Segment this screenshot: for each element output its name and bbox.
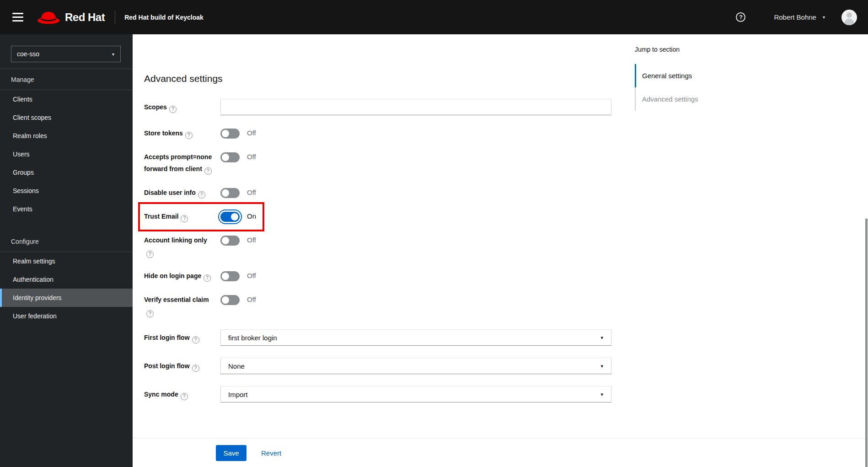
jump-link-advanced-settings[interactable]: Advanced settings xyxy=(636,87,735,111)
realm-selector[interactable]: coe-sso ▾ xyxy=(11,46,121,62)
sidebar-item-authentication[interactable]: Authentication xyxy=(0,270,133,289)
sidebar-item-client-scopes[interactable]: Client scopes xyxy=(0,108,133,127)
help-icon[interactable]: ? xyxy=(204,274,211,282)
form-row-sync-mode: Sync mode?Import▾ xyxy=(144,386,611,403)
field-label: Disable user info? xyxy=(144,187,220,199)
jump-to-section-panel: Jump to section General settingsAdvanced… xyxy=(635,46,735,111)
sidebar-item-user-federation[interactable]: User federation xyxy=(0,307,133,325)
field-label: Sync mode? xyxy=(144,388,220,400)
sidebar-item-users[interactable]: Users xyxy=(0,145,133,163)
user-menu[interactable]: Robert Bohne ▾ xyxy=(774,13,825,21)
form-row-accepts-prompt-none-forward-from-client: Accepts prompt=none forward from client?… xyxy=(144,151,611,175)
user-name: Robert Bohne xyxy=(774,13,816,21)
sidebar: coe-sso ▾ ManageClientsClient scopesReal… xyxy=(0,34,133,467)
revert-link[interactable]: Revert xyxy=(261,449,281,457)
post-login-flow-select[interactable]: None▾ xyxy=(220,358,611,374)
save-button[interactable]: Save xyxy=(216,445,246,461)
toggle-state-label: Off xyxy=(247,270,256,282)
advanced-settings-form: Scopes?Store tokens?OffAccepts prompt=no… xyxy=(144,99,611,403)
redhat-fedora-icon xyxy=(37,9,60,26)
disable-user-info-toggle[interactable] xyxy=(220,188,240,198)
field-label: Store tokens? xyxy=(144,127,220,139)
verify-essential-claim-toggle[interactable] xyxy=(220,295,240,305)
store-tokens-toggle[interactable] xyxy=(220,129,240,139)
toggle-state-label: Off xyxy=(247,151,256,163)
toggle-state-label: Off xyxy=(247,127,256,139)
sidebar-item-realm-settings[interactable]: Realm settings xyxy=(0,252,133,270)
form-row-disable-user-info: Disable user info?Off xyxy=(144,187,611,199)
form-row-verify-essential-claim: Verify essential claim?Off xyxy=(144,294,611,317)
help-icon[interactable]: ? xyxy=(185,132,193,139)
field-label: Trust Email? xyxy=(144,210,220,222)
form-row-scopes: Scopes? xyxy=(144,99,611,115)
sidebar-item-sessions[interactable]: Sessions xyxy=(0,182,133,200)
page-title: Advanced settings xyxy=(144,73,611,84)
chevron-down-icon: ▾ xyxy=(600,392,603,397)
help-icon[interactable]: ? xyxy=(181,215,188,222)
toggle-state-label: Off xyxy=(247,234,256,246)
realm-name: coe-sso xyxy=(17,50,39,58)
sidebar-item-clients[interactable]: Clients xyxy=(0,90,133,108)
select-value: first broker login xyxy=(228,334,277,342)
main-content: Advanced settings Scopes?Store tokens?Of… xyxy=(133,34,868,467)
sync-mode-select[interactable]: Import▾ xyxy=(220,386,611,403)
nav-group-title: Configure xyxy=(0,231,133,252)
hide-on-login-page-toggle[interactable] xyxy=(220,271,240,281)
accepts-prompt-none-forward-from-client-toggle[interactable] xyxy=(220,152,240,162)
nav-group-configure: ConfigureRealm settingsAuthenticationIde… xyxy=(0,231,133,325)
avatar[interactable] xyxy=(841,10,857,25)
product-title: Red Hat build of Keycloak xyxy=(124,14,204,21)
chevron-down-icon: ▾ xyxy=(600,335,603,341)
help-icon[interactable]: ? xyxy=(169,106,177,113)
redhat-logo-text: Red Hat xyxy=(65,11,105,24)
chevron-down-icon: ▾ xyxy=(823,15,825,20)
sidebar-item-realm-roles[interactable]: Realm roles xyxy=(0,127,133,145)
form-row-hide-on-login-page: Hide on login page?Off xyxy=(144,270,611,282)
select-value: None xyxy=(228,362,245,370)
help-icon[interactable]: ? xyxy=(146,251,154,258)
redhat-logo: Red Hat xyxy=(37,9,105,26)
app-header: Red Hat Red Hat build of Keycloak ? Robe… xyxy=(0,0,868,34)
form-row-first-login-flow: First login flow?first broker login▾ xyxy=(144,329,611,346)
chevron-down-icon: ▾ xyxy=(600,363,603,369)
hamburger-menu-icon[interactable] xyxy=(7,8,28,27)
form-row-account-linking-only: Account linking only?Off xyxy=(144,234,611,258)
toggle-state-label: Off xyxy=(247,187,256,199)
help-icon[interactable]: ? xyxy=(736,12,745,22)
form-actions-bar: Save Revert xyxy=(133,438,868,467)
form-row-trust-email: Trust Email?On xyxy=(144,210,611,222)
field-label: Accepts prompt=none forward from client? xyxy=(144,151,220,175)
help-icon[interactable]: ? xyxy=(198,191,205,199)
field-label: Scopes? xyxy=(144,101,220,113)
field-label: Post login flow? xyxy=(144,360,220,372)
scopes-input[interactable] xyxy=(220,99,611,115)
toggle-state-label: Off xyxy=(247,294,256,306)
toggle-state-label: On xyxy=(247,210,256,222)
nav-group-manage: ManageClientsClient scopesRealm rolesUse… xyxy=(0,69,133,218)
first-login-flow-select[interactable]: first broker login▾ xyxy=(220,329,611,346)
sidebar-item-events[interactable]: Events xyxy=(0,200,133,218)
form-row-post-login-flow: Post login flow?None▾ xyxy=(144,358,611,374)
account-linking-only-toggle[interactable] xyxy=(220,236,240,246)
field-label: Verify essential claim? xyxy=(144,294,220,317)
sidebar-item-identity-providers[interactable]: Identity providers xyxy=(0,289,133,307)
trust-email-toggle[interactable] xyxy=(220,212,240,222)
field-label: Account linking only? xyxy=(144,234,220,258)
chevron-down-icon: ▾ xyxy=(112,52,114,57)
help-icon[interactable]: ? xyxy=(204,167,212,175)
field-label: First login flow? xyxy=(144,332,220,344)
sidebar-item-groups[interactable]: Groups xyxy=(0,163,133,182)
jump-link-list: General settingsAdvanced settings xyxy=(635,64,735,111)
help-icon[interactable]: ? xyxy=(192,365,199,372)
select-value: Import xyxy=(228,391,248,398)
nav-group-title: Manage xyxy=(0,69,133,90)
help-icon[interactable]: ? xyxy=(146,310,154,317)
field-label: Hide on login page? xyxy=(144,270,220,282)
vertical-scrollbar[interactable] xyxy=(865,219,868,467)
jump-panel-title: Jump to section xyxy=(635,46,735,53)
help-icon[interactable]: ? xyxy=(192,336,199,344)
help-icon[interactable]: ? xyxy=(181,393,188,400)
jump-link-general-settings[interactable]: General settings xyxy=(636,64,735,87)
header-divider xyxy=(115,11,115,24)
form-row-store-tokens: Store tokens?Off xyxy=(144,127,611,139)
